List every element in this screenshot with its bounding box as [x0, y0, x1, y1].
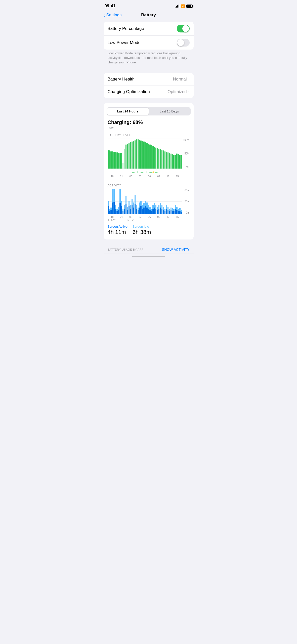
activity-bar-group [169, 189, 170, 214]
activity-bar-group [132, 189, 133, 214]
activity-idle-bar [127, 207, 128, 210]
activity-idle-bar [163, 207, 164, 210]
x-axis-label: 21 [117, 175, 126, 178]
activity-active-bar [132, 205, 133, 214]
battery-bar [146, 143, 147, 168]
battery-bar [135, 140, 136, 169]
activity-idle-bar [122, 209, 123, 211]
toggle-settings-section: Battery Percentage Low Power Mode Low Po… [104, 22, 194, 68]
activity-idle-bar [148, 205, 149, 209]
activity-active-bar [122, 211, 123, 214]
low-power-mode-toggle[interactable] [177, 39, 190, 47]
charging-timeline: — ⏸ ·—· ⏸ —⚡— [108, 170, 182, 175]
screen-idle-stat: Screen Idle 6h 38m [133, 225, 151, 235]
activity-label: ACTIVITY [108, 184, 190, 187]
activity-active-bar [166, 209, 167, 214]
activity-active-bar [173, 211, 174, 214]
battery-icon [186, 5, 193, 8]
activity-active-bar [163, 210, 164, 214]
battery-usage-label: BATTERY USAGE BY APP [108, 248, 144, 251]
segment-24h[interactable]: Last 24 Hours [107, 108, 149, 115]
battery-bar [109, 150, 110, 168]
activity-x-axis-label: 18 [108, 216, 117, 218]
activity-x-axis-label: 21 [117, 216, 126, 218]
activity-bar-group [130, 189, 131, 214]
low-power-mode-row[interactable]: Low Power Mode [104, 35, 194, 50]
activity-active-bar [115, 209, 116, 214]
battery-x-axis: 1821000306091215 [108, 175, 182, 178]
activity-bar-group [122, 189, 123, 214]
time-segment-control[interactable]: Last 24 Hours Last 10 Days [107, 107, 191, 115]
activity-chart-section: ACTIVITY 60m 30m 0m 1821000306091215 Feb… [104, 181, 194, 222]
activity-active-bar [154, 208, 155, 214]
activity-idle-bar [124, 205, 125, 209]
battery-bar [173, 155, 174, 169]
activity-idle-bar [145, 201, 146, 206]
activity-bar-group [167, 189, 168, 214]
activity-x-axis-label: 12 [163, 216, 173, 218]
activity-idle-bar [176, 207, 177, 210]
date-sub-labels: Feb 20Feb 21 [108, 218, 182, 222]
charging-optimization-right: Optimized › [167, 89, 190, 94]
activity-active-bar [149, 210, 150, 214]
activity-idle-bar [139, 203, 140, 208]
segment-10days[interactable]: Last 10 Days [149, 108, 190, 115]
charging-optimization-row[interactable]: Charging Optimization Optimized › [104, 86, 194, 98]
battery-bar [158, 149, 159, 169]
date-sub-label [173, 219, 182, 222]
activity-bar-group [172, 189, 173, 214]
screen-active-label: Screen Active [108, 225, 128, 228]
x-axis-label: 18 [108, 175, 117, 178]
activity-active-bar [169, 211, 170, 214]
activity-idle-bar [112, 189, 113, 203]
status-bar: 09:41 📶 [100, 0, 198, 11]
back-button[interactable]: ‹ Settings [104, 13, 122, 18]
home-indicator [100, 254, 198, 258]
activity-bar-group [138, 189, 139, 214]
activity-idle-bar [160, 203, 161, 208]
x-axis-label: 06 [145, 175, 154, 178]
date-sub-label [154, 219, 163, 222]
health-settings-card: Battery Health Normal › Charging Optimiz… [104, 73, 194, 98]
activity-bar-group [151, 189, 152, 214]
activity-active-bar [112, 203, 113, 214]
activity-bar-group [179, 189, 180, 214]
status-time: 09:41 [105, 4, 115, 9]
activity-y-60: 60m [185, 189, 189, 192]
battery-bar [167, 152, 168, 168]
activity-idle-bar [164, 209, 165, 211]
battery-bar [163, 150, 164, 168]
x-axis-label: 00 [126, 175, 136, 178]
activity-idle-bar [167, 207, 168, 210]
battery-bar [121, 153, 122, 169]
activity-bar-group [109, 189, 110, 214]
activity-bar-group [152, 189, 153, 214]
activity-bar-group [135, 189, 136, 214]
activity-bar-group [127, 189, 128, 214]
battery-bar [143, 141, 144, 168]
battery-health-row[interactable]: Battery Health Normal › [104, 73, 194, 86]
activity-active-bar [135, 204, 136, 214]
activity-bar-group [142, 189, 143, 214]
activity-active-bar [121, 206, 122, 214]
x-axis-label: 15 [173, 175, 182, 178]
low-power-mode-label: Low Power Mode [108, 40, 141, 45]
activity-bar-group [148, 189, 149, 214]
battery-bar [152, 146, 153, 168]
activity-idle-bar [135, 195, 136, 204]
battery-bar [139, 140, 140, 168]
back-chevron-icon: ‹ [104, 13, 105, 18]
battery-percentage-row[interactable]: Battery Percentage [104, 22, 194, 35]
battery-health-right: Normal › [173, 77, 190, 82]
activity-bar-group [108, 189, 109, 214]
battery-health-label: Battery Health [108, 77, 135, 82]
battery-percentage-toggle[interactable] [177, 25, 190, 32]
battery-bar [151, 145, 152, 169]
activity-bar-group [154, 189, 155, 214]
screen-active-value: 4h 11m [108, 229, 128, 235]
activity-active-bar [118, 210, 119, 214]
battery-bar [179, 155, 180, 169]
activity-idle-bar [108, 201, 109, 206]
battery-bar [113, 152, 114, 169]
show-activity-link[interactable]: SHOW ACTIVITY [162, 248, 190, 252]
